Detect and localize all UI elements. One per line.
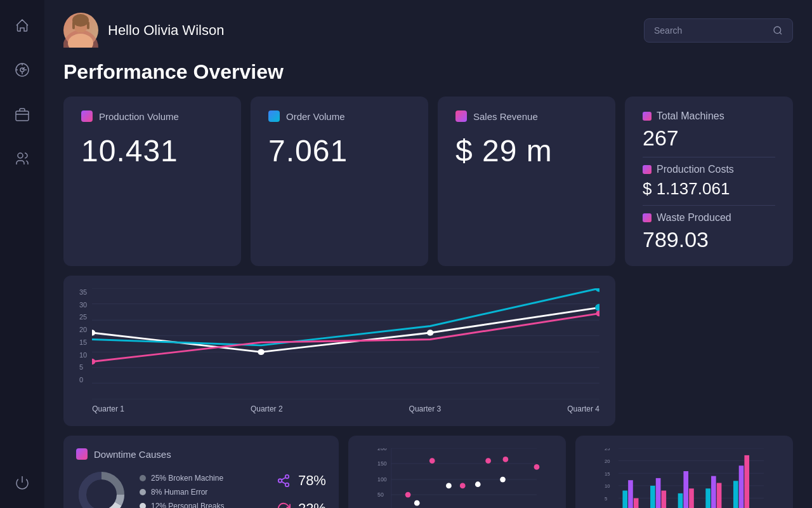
svg-rect-86 [705,488,710,508]
svg-point-23 [427,330,434,335]
line-chart-area: Quarter 1 Quarter 2 Quarter 3 Quarter 4 [92,288,599,413]
downtime-metric-1-value: 78% [298,472,326,489]
chart-spacer [625,276,793,426]
scatter-chart-svg: 0 50 100 150 200 0 5 10 15 20 25 [361,448,553,508]
sidebar-item-users[interactable] [10,146,35,171]
downtime-metric-2: 22% [277,500,326,508]
sales-revenue-value: $ 29 m [455,133,598,168]
x-label-q4: Quarter 4 [567,404,599,413]
svg-rect-81 [656,478,661,508]
divider-2 [643,205,775,206]
refresh-icon [277,502,291,508]
total-machines-dot [643,112,652,121]
total-machines-label: Total Machines [657,110,724,122]
search-icon [773,25,783,36]
svg-point-60 [534,464,540,470]
svg-text:100: 100 [377,476,387,483]
svg-text:15: 15 [605,471,610,477]
svg-text:200: 200 [377,448,387,451]
legend-label-broken: 25% Broken Machine [151,474,223,483]
main-content: Hello Olivia Wilson Performance Overview… [44,0,812,508]
svg-point-58 [485,458,491,464]
sidebar-item-briefcase[interactable] [10,102,35,127]
svg-point-59 [502,457,508,462]
production-costs-dot [643,165,652,174]
production-volume-label: Production Volume [99,111,179,122]
svg-point-33 [285,475,289,479]
legend-item-human: 8% Human Error [140,488,258,497]
x-label-q2: Quarter 2 [251,404,283,413]
waste-produced-stat: Waste Produced 789.03 [643,212,775,252]
total-machines-stat: Total Machines 267 [643,110,775,150]
user-info: Hello Olivia Wilson [63,13,224,48]
share-icon [277,474,291,488]
bottom-row: Downtime Causes [63,436,793,508]
svg-rect-11 [87,22,89,29]
line-chart-wrap: 0 5 10 15 20 25 30 35 [79,288,599,413]
stats-panel: Total Machines 267 Production Costs $ 1.… [625,97,793,266]
svg-rect-89 [733,481,738,508]
svg-point-24 [595,304,599,312]
svg-point-57 [460,483,466,489]
x-axis-labels: Quarter 1 Quarter 2 Quarter 3 Quarter 4 [92,404,599,413]
svg-text:25: 25 [605,448,610,451]
order-volume-value: 7.061 [268,133,410,168]
svg-rect-91 [744,455,749,508]
production-costs-stat: Production Costs $ 1.137.061 [643,164,775,199]
svg-rect-90 [739,465,744,508]
production-volume-value: 10.431 [81,133,223,168]
svg-rect-78 [628,480,633,508]
bar-chart-card: 0 5 10 15 20 25 [575,436,793,508]
production-volume-card: Production Volume 10.431 [63,97,241,266]
svg-rect-82 [661,491,666,508]
legend-label-human: 8% Human Error [151,488,207,497]
sidebar-item-home[interactable] [10,13,35,38]
svg-line-36 [282,481,285,484]
svg-text:5: 5 [605,496,607,502]
waste-produced-dot [643,213,652,222]
sales-revenue-icon [455,110,467,122]
svg-point-22 [258,349,265,355]
x-label-q1: Quarter 1 [92,404,124,413]
scatter-card: 0 50 100 150 200 0 5 10 15 20 25 [348,436,566,508]
legend-dot-human [140,489,146,495]
svg-text:20: 20 [605,458,610,464]
downtime-legend: 25% Broken Machine 8% Human Error 12% Pe… [140,474,258,508]
metrics-row: Production Volume 10.431 Order Volume 7.… [63,97,793,266]
sidebar-item-gauge[interactable] [10,57,35,83]
divider-1 [643,157,775,157]
downtime-card: Downtime Causes [63,436,339,508]
sales-revenue-card: Sales Revenue $ 29 m [438,97,615,266]
production-costs-label: Production Costs [657,164,734,175]
legend-item-personal: 12% Personal Breaks [140,502,258,508]
svg-point-34 [278,479,282,483]
svg-rect-87 [711,476,716,508]
legend-label-personal: 12% Personal Breaks [151,502,224,508]
waste-produced-value: 789.03 [643,227,775,252]
svg-text:50: 50 [377,491,384,498]
legend-dot-personal [140,503,146,508]
production-volume-icon [81,110,93,122]
search-input[interactable] [654,25,766,36]
order-volume-icon [268,110,280,122]
svg-point-55 [405,492,411,498]
svg-rect-88 [717,483,722,508]
bar-chart-svg: 0 5 10 15 20 25 [588,448,780,508]
order-volume-label: Order Volume [286,111,345,122]
svg-point-25 [595,288,599,292]
donut-chart [76,469,127,508]
svg-text:150: 150 [377,460,387,467]
search-box[interactable] [644,18,793,43]
svg-rect-83 [678,493,683,508]
svg-rect-1 [16,111,29,121]
svg-point-3 [18,153,23,158]
sidebar [0,0,44,508]
legend-dot-broken [140,475,146,481]
svg-point-21 [92,330,95,335]
legend-item-broken: 25% Broken Machine [140,474,258,483]
line-chart-card: 0 5 10 15 20 25 30 35 [63,276,615,426]
sidebar-item-power[interactable] [10,470,35,495]
chart-row: 0 5 10 15 20 25 30 35 [63,276,793,426]
svg-rect-79 [634,498,639,508]
total-machines-value: 267 [643,126,775,150]
